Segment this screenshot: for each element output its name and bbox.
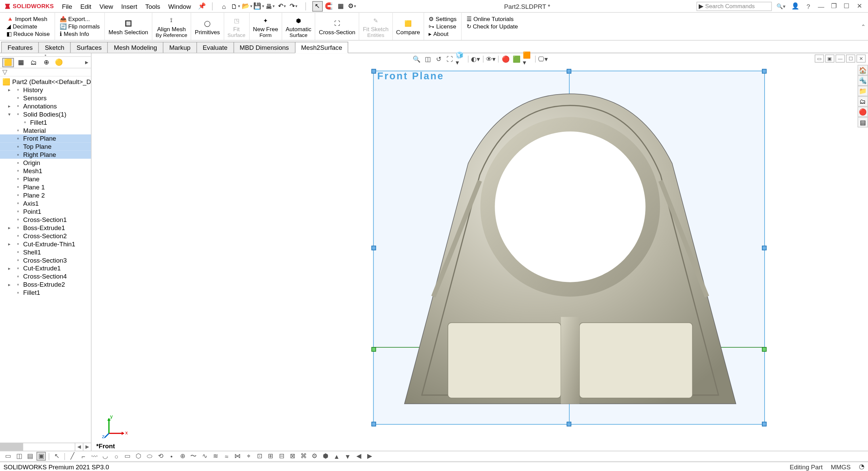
tab-sketch[interactable]: Sketch — [39, 42, 71, 53]
tree-node[interactable]: ▸▫Cut-Extrude-Thin1 — [0, 240, 91, 248]
bt-ell[interactable]: ⬭ — [145, 452, 154, 461]
bt-pt[interactable]: • — [167, 452, 176, 461]
viewport-close[interactable]: ✕ — [856, 55, 866, 63]
taskpane-home-icon[interactable]: 🏠 — [857, 65, 868, 75]
print-button[interactable]: 🖶 — [265, 1, 276, 12]
bt-n[interactable]: ▲ — [332, 452, 341, 461]
bt1[interactable]: ▭ — [3, 452, 13, 461]
tree-node[interactable]: ▫Fillet1 — [0, 118, 91, 126]
tab-features[interactable]: Features — [1, 42, 39, 53]
options-button[interactable]: ▦ — [335, 1, 346, 12]
zoom-area-icon[interactable]: ◫ — [423, 55, 433, 64]
tree-node[interactable]: ▫Cross-Section1 — [0, 216, 91, 224]
online-tutorials-button[interactable]: ☰ Online Tutorials — [467, 15, 514, 22]
tree-filter[interactable]: ▽ — [0, 68, 91, 77]
bt-g[interactable]: ⊡ — [255, 452, 264, 461]
feature-manager-tab[interactable]: 🟨 — [2, 58, 14, 67]
close-button[interactable]: ✕ — [854, 2, 865, 10]
zoom-fit-icon[interactable]: 🔍 — [412, 55, 421, 64]
align-mesh-button[interactable]: ⟟Align MeshBy Reference — [152, 13, 191, 40]
tree-node[interactable]: ▫Origin — [0, 159, 91, 167]
bt-corner[interactable]: ⌐ — [79, 452, 88, 461]
check-update-button[interactable]: ↻ Check for Update — [467, 23, 518, 30]
view-orientation-icon[interactable]: 🧊▾ — [456, 55, 466, 64]
bt-p[interactable]: ◀ — [354, 452, 363, 461]
minimize-button[interactable]: — — [816, 2, 826, 10]
bt-cursor[interactable]: ↖ — [52, 452, 61, 461]
viewport-wnd1[interactable]: ▭ — [815, 55, 824, 63]
configuration-manager-tab[interactable]: 🗂 — [28, 58, 39, 67]
automatic-surface-button[interactable]: ⬢AutomaticSurface — [282, 13, 315, 40]
tree-node[interactable]: ▸▫Boss-Extrude2 — [0, 281, 91, 289]
tab-surfaces[interactable]: Surfaces — [70, 42, 108, 53]
property-manager-tab[interactable]: ▦ — [15, 58, 26, 67]
orientation-triad[interactable]: x y z — [104, 415, 127, 438]
tree-node[interactable]: ▫Plane — [0, 175, 91, 183]
bt-i[interactable]: ⊟ — [277, 452, 286, 461]
menu-view[interactable]: View — [96, 1, 117, 11]
home-icon[interactable]: ⌂ — [219, 1, 229, 12]
status-widget[interactable]: ◔ — [859, 463, 865, 470]
menu-window[interactable]: Window — [165, 1, 194, 11]
taskpane-view-palette-icon[interactable]: 🔴 — [857, 107, 868, 117]
tree-node[interactable]: ▫Front Plane — [0, 135, 91, 143]
new-free-form-button[interactable]: ✦New FreeForm — [250, 13, 282, 40]
menu-insert[interactable]: Insert — [118, 1, 141, 11]
tree-node[interactable]: ▫Cross-Section4 — [0, 272, 91, 281]
bt-d[interactable]: ≈ — [222, 452, 231, 461]
undo-button[interactable]: ↶ — [277, 1, 287, 12]
compare-button[interactable]: 🟨Compare — [393, 13, 424, 40]
section-view-icon[interactable]: ⛶ — [445, 55, 455, 64]
viewport-wnd2[interactable]: ▣ — [825, 55, 834, 63]
bt-o[interactable]: ▼ — [343, 452, 352, 461]
bt-sel[interactable]: ▣ — [37, 452, 46, 461]
viewport-max[interactable]: ☐ — [846, 55, 855, 63]
help-icon[interactable]: ? — [803, 2, 814, 10]
bt-spline[interactable]: 〰 — [90, 452, 99, 461]
tree-node[interactable]: ▫Right Plane — [0, 151, 91, 159]
dimxpert-manager-tab[interactable]: ⊕ — [41, 58, 52, 67]
tree-node[interactable]: ▸▫History — [0, 86, 91, 94]
reduce-noise-button[interactable]: ◧ Reduce Noise — [6, 30, 50, 38]
screen-capture-icon[interactable]: 🖵▾ — [538, 55, 548, 64]
tree-node[interactable]: ▫Mesh1 — [0, 167, 91, 175]
tab-mbd-dimensions[interactable]: MBD Dimensions — [233, 42, 295, 53]
edit-appearance-icon[interactable]: 🔴 — [501, 55, 511, 64]
menu-file[interactable]: File — [58, 1, 76, 11]
bt-tan[interactable]: ⟲ — [156, 452, 165, 461]
bt-k[interactable]: ⌘ — [299, 452, 308, 461]
bt-l[interactable]: ⚙ — [310, 452, 319, 461]
tree-node[interactable]: ▫Sensors — [0, 94, 91, 102]
collapse-ribbon-icon[interactable]: ⌃ — [861, 23, 866, 29]
save-button[interactable]: 💾 — [254, 1, 264, 12]
bt2[interactable]: ◫ — [15, 452, 24, 461]
bt-f[interactable]: ⌖ — [244, 452, 253, 461]
mesh-selection-button[interactable]: 🔲Mesh Selection — [105, 13, 152, 40]
tree-node[interactable]: ▸▫Boss-Extrude1 — [0, 224, 91, 232]
tree-root[interactable]: 🟨 Part2 (Default<<Default>_Display S — [0, 78, 91, 86]
bt-j[interactable]: ⊠ — [288, 452, 297, 461]
bt-e[interactable]: ⋈ — [233, 452, 242, 461]
bt-line[interactable]: ╱ — [68, 452, 77, 461]
tree-node[interactable]: ▫Shell1 — [0, 248, 91, 256]
about-button[interactable]: ▸ About — [429, 30, 448, 38]
flip-normals-button[interactable]: 🔄 Flip normals — [60, 23, 100, 30]
taskpane-design-library-icon[interactable]: 📁 — [857, 86, 868, 96]
taskpane-file-explorer-icon[interactable]: 🗂 — [857, 96, 868, 107]
taskpane-appearances-icon[interactable]: ▤ — [857, 117, 868, 127]
tree-node[interactable]: ▸▫Cut-Extrude1 — [0, 264, 91, 272]
restore-button[interactable]: ❐ — [829, 2, 839, 10]
primitives-button[interactable]: ◯Primitives — [191, 13, 224, 40]
menu-tools[interactable]: Tools — [142, 1, 163, 11]
tab-evaluate[interactable]: Evaluate — [196, 42, 234, 53]
tree-node[interactable]: ▫Material — [0, 126, 91, 135]
tree-node[interactable]: ▫Point1 — [0, 207, 91, 216]
tab-markup[interactable]: Markup — [163, 42, 197, 53]
viewport-min[interactable]: — — [835, 55, 845, 63]
pin-menu-icon[interactable]: 📌 — [198, 2, 206, 10]
display-manager-tab[interactable]: 🟡 — [53, 58, 65, 67]
tree-node[interactable]: ▫Fillet1 — [0, 288, 91, 296]
graphics-viewport[interactable]: 🔍 ◫ ↺ ⛶ 🧊▾ ◐▾ 👁▾ 🔴 🟩 🟧▾ 🖵▾ ▭ ▣ — ☐ ✕ 🏠 🔩 — [92, 53, 868, 451]
bt-q[interactable]: ▶ — [365, 452, 374, 461]
redo-button[interactable]: ↷ — [288, 1, 299, 12]
